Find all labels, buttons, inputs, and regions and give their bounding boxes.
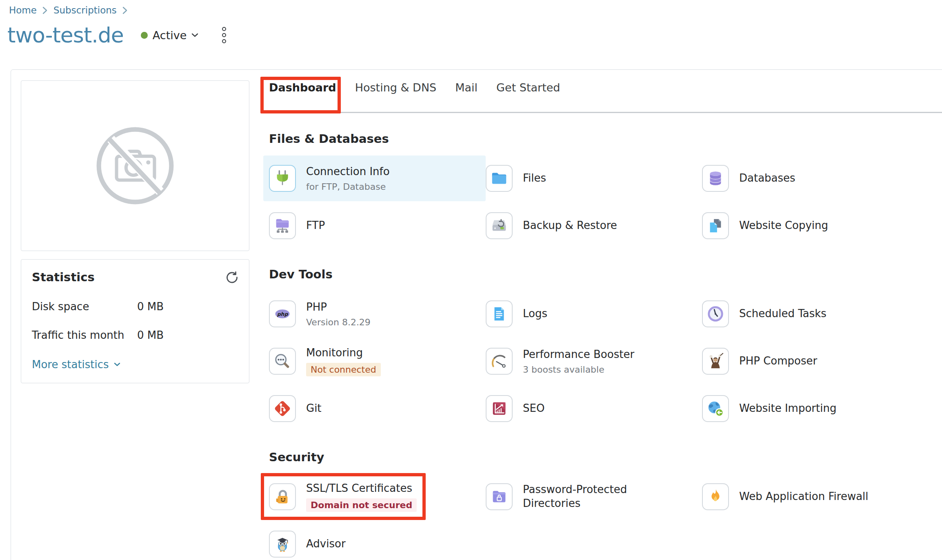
tile-label: Web Application Firewall [739, 490, 869, 504]
kebab-menu-icon[interactable] [220, 24, 229, 46]
tile-subtitle: 3 boosts available [523, 364, 634, 375]
tab-hosting-dns[interactable]: Hosting & DNS [355, 81, 437, 112]
main-area: Dashboard Hosting & DNS Mail Get Started… [269, 70, 942, 560]
left-panel: Statistics Disk space 0 MB Traffic this … [21, 80, 249, 383]
section-title: Security [269, 450, 942, 464]
tile-label: Monitoring [306, 346, 381, 360]
section-security: Security SS [269, 450, 942, 560]
copy-documents-icon [702, 212, 729, 239]
tile-website-copying[interactable]: Website Copying [696, 203, 942, 249]
tile-php[interactable]: php PHP Version 8.2.29 [263, 291, 486, 337]
composer-conductor-icon [702, 348, 729, 375]
breadcrumb-subscriptions-link[interactable]: Subscriptions [53, 5, 117, 16]
tile-databases[interactable]: Databases [696, 156, 942, 201]
folder-icon [486, 165, 513, 192]
tile-label: PHP [306, 300, 371, 314]
tile-web-application-firewall[interactable]: Web Application Firewall [696, 474, 942, 520]
tile-label: Backup & Restore [523, 219, 617, 233]
tile-logs[interactable]: Logs [480, 291, 702, 337]
stat-value: 0 MB [137, 300, 164, 313]
tile-label: Databases [739, 171, 795, 185]
tile-website-importing[interactable]: Website Importing [696, 386, 942, 431]
tile-monitoring[interactable]: Monitoring Not connected [263, 338, 486, 384]
tile-label: PHP Composer [739, 354, 817, 368]
tile-backup-restore[interactable]: Backup & Restore [480, 203, 702, 249]
tile-label: Performance Booster [523, 348, 634, 362]
refresh-icon[interactable] [223, 269, 240, 286]
tile-label: Advisor [306, 537, 346, 551]
logs-document-icon [486, 300, 513, 327]
breadcrumb: Home Subscriptions [9, 5, 128, 16]
tab-dashboard[interactable]: Dashboard [269, 81, 336, 112]
tab-bar: Dashboard Hosting & DNS Mail Get Started [269, 70, 942, 113]
tile-label: Connection Info [306, 165, 390, 179]
tile-password-protected-directories[interactable]: Password-Protected Directories [480, 474, 702, 520]
seo-chart-icon [486, 395, 513, 422]
globe-import-icon [702, 395, 729, 422]
tab-get-started[interactable]: Get Started [496, 81, 560, 112]
tile-label: SEO [523, 402, 544, 416]
status-badge: Active [153, 29, 187, 42]
status-dot [141, 32, 148, 39]
tile-label: Password-Protected Directories [523, 483, 686, 511]
tile-ftp[interactable]: FTP [263, 203, 486, 249]
stat-row-disk-space: Disk space 0 MB [32, 300, 238, 313]
tab-mail[interactable]: Mail [455, 81, 478, 112]
tile-git[interactable]: Git [263, 386, 486, 431]
status-badge: Domain not secured [306, 498, 417, 512]
tile-advisor[interactable]: Advisor [263, 521, 486, 560]
page-title: two-test.de [7, 23, 124, 47]
tile-seo[interactable]: SEO [480, 386, 702, 431]
locked-folder-icon [486, 483, 513, 510]
more-statistics-link[interactable]: More statistics [32, 358, 238, 371]
git-icon [269, 395, 296, 422]
section-files-databases: Files & Databases Connection Info [269, 132, 942, 249]
breadcrumb-home-link[interactable]: Home [9, 5, 37, 16]
section-title: Dev Tools [269, 267, 942, 281]
page-header: two-test.de Active [7, 23, 229, 47]
stat-label: Disk space [32, 300, 137, 313]
owl-icon [269, 531, 296, 558]
chevron-down-icon [114, 362, 120, 367]
tile-php-composer[interactable]: PHP Composer [696, 338, 942, 384]
svg-text:php: php [277, 311, 289, 317]
statistics-title: Statistics [32, 270, 238, 284]
section-title: Files & Databases [269, 132, 942, 146]
tile-label: Website Importing [739, 402, 836, 416]
tile-label: FTP [306, 219, 325, 233]
tile-ssl-tls-certificates[interactable]: SSL/TLS Certificates Domain not secured [263, 474, 486, 520]
chevron-right-icon [42, 7, 48, 14]
section-dev-tools: Dev Tools php PHP Version 8.2.29 [269, 267, 942, 431]
database-icon [702, 165, 729, 192]
stat-value: 0 MB [137, 329, 164, 341]
status-badge: Not connected [306, 363, 381, 376]
clock-icon [702, 300, 729, 327]
gauge-icon [486, 348, 513, 375]
stat-label: Traffic this month [32, 329, 137, 341]
site-screenshot-placeholder [21, 80, 249, 251]
ftp-folder-icon [269, 212, 296, 239]
status-dropdown[interactable]: Active [141, 29, 199, 42]
plug-icon [269, 165, 296, 192]
padlock-icon [269, 483, 296, 510]
tile-label: Scheduled Tasks [739, 307, 826, 321]
tile-performance-booster[interactable]: Performance Booster 3 boosts available [480, 338, 702, 384]
tile-scheduled-tasks[interactable]: Scheduled Tasks [696, 291, 942, 337]
no-screenshot-camera-icon [92, 122, 178, 209]
tile-label: Logs [523, 307, 547, 321]
tile-label: SSL/TLS Certificates [306, 482, 417, 496]
tile-label: Git [306, 402, 322, 416]
backup-drive-icon [486, 212, 513, 239]
tile-connection-info[interactable]: Connection Info for FTP, Database [263, 156, 486, 201]
chevron-down-icon [191, 33, 198, 38]
tile-subtitle: Version 8.2.29 [306, 317, 371, 327]
statistics-panel: Statistics Disk space 0 MB Traffic this … [21, 259, 249, 383]
tile-label: Files [523, 171, 546, 185]
tile-label: Website Copying [739, 219, 828, 233]
stat-row-traffic: Traffic this month 0 MB [32, 329, 238, 341]
tile-subtitle: for FTP, Database [306, 182, 390, 192]
tile-files[interactable]: Files [480, 156, 702, 201]
dashboard-card: Statistics Disk space 0 MB Traffic this … [11, 69, 942, 560]
php-icon: php [269, 300, 296, 327]
flame-icon [702, 483, 729, 510]
